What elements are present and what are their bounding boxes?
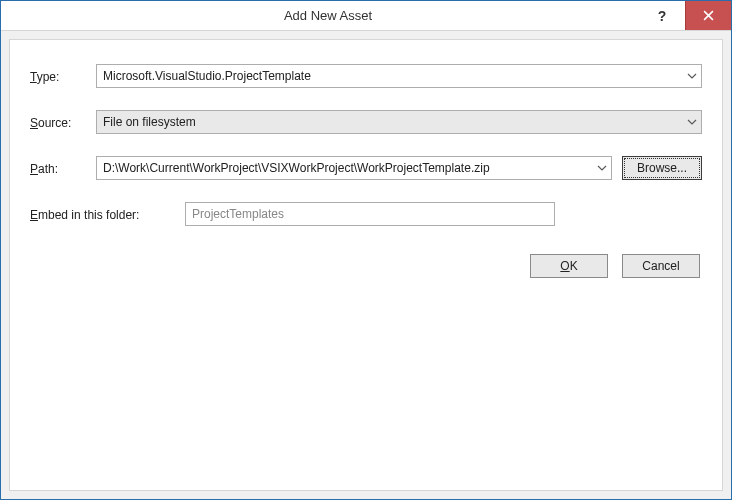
source-combo-value: File on filesystem [103,115,196,129]
type-combo[interactable]: Microsoft.VisualStudio.ProjectTemplate [96,64,702,88]
source-label: Source: [30,115,96,130]
source-row: Source: File on filesystem [30,110,702,134]
path-row: Path: D:\Work\Current\WorkProject\VSIXWo… [30,156,702,180]
window-title: Add New Asset [17,1,639,30]
help-icon: ? [658,8,667,24]
cancel-button[interactable]: Cancel [622,254,700,278]
cancel-button-label: Cancel [642,259,679,273]
close-button[interactable] [685,1,731,30]
embed-folder-input[interactable]: ProjectTemplates [185,202,555,226]
path-label: Path: [30,161,96,176]
chevron-down-icon [687,119,697,125]
browse-button-label: Browse... [637,161,687,175]
embed-folder-placeholder: ProjectTemplates [192,207,284,221]
path-combo[interactable]: D:\Work\Current\WorkProject\VSIXWorkProj… [96,156,612,180]
path-combo-value: D:\Work\Current\WorkProject\VSIXWorkProj… [103,161,490,175]
ok-button-label: OK [560,259,577,273]
embed-row: Embed in this folder: ProjectTemplates [30,202,702,226]
chevron-down-icon [687,73,697,79]
client-area: Type: Microsoft.VisualStudio.ProjectTemp… [9,39,723,491]
dialog-window: Add New Asset ? Type: Microsoft.VisualSt… [0,0,732,500]
source-combo[interactable]: File on filesystem [96,110,702,134]
type-combo-value: Microsoft.VisualStudio.ProjectTemplate [103,69,311,83]
help-button[interactable]: ? [639,1,685,30]
type-label: Type: [30,69,96,84]
action-strip: OK Cancel [30,254,702,278]
ok-button[interactable]: OK [530,254,608,278]
browse-button[interactable]: Browse... [622,156,702,180]
close-icon [703,8,714,24]
chevron-down-icon [597,165,607,171]
embed-label: Embed in this folder: [30,207,185,222]
type-row: Type: Microsoft.VisualStudio.ProjectTemp… [30,64,702,88]
title-bar: Add New Asset ? [1,1,731,31]
